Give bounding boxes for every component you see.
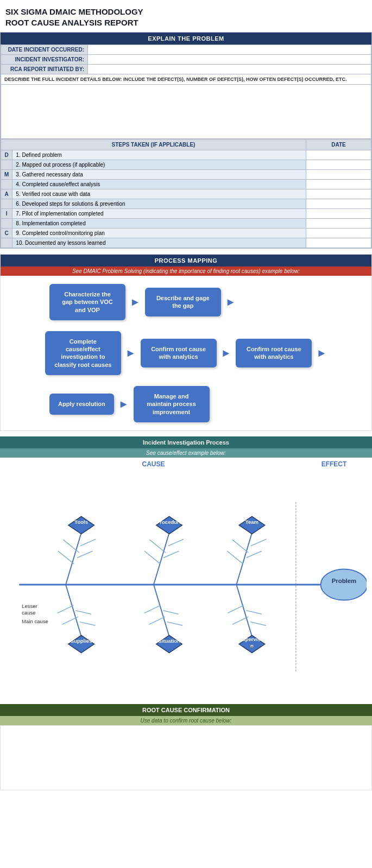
svg-line-14 (149, 540, 166, 553)
steps-table: STEPS TAKEN (IF APPLICABLE) DATE D 1. De… (1, 139, 371, 248)
step-text: 4. Completed cause/effect analysis (12, 180, 306, 189)
flow-box-2: Describe and gage the gap (145, 288, 221, 316)
svg-line-13 (144, 551, 161, 564)
rca-confirm-body[interactable] (0, 725, 372, 790)
svg-line-44 (250, 622, 266, 626)
flow-box-apply-resolution: Apply resolution (49, 394, 114, 414)
svg-line-19 (236, 533, 252, 585)
phase-d: D (1, 150, 12, 160)
rca-confirm-subheader: Use data to confirm root cause below: (0, 716, 372, 725)
svg-line-8 (77, 551, 93, 557)
phase-c: C (1, 229, 12, 238)
step-text: 6. Developed steps for solutions & preve… (12, 199, 306, 209)
table-row: A 5. Verified root cause with data (1, 189, 371, 199)
incident-header: Incident Investigation Process (0, 436, 372, 448)
svg-text:Team: Team (245, 519, 258, 525)
svg-line-28 (62, 617, 78, 624)
flow-box-manage: Manage and maintain process improvement (134, 386, 210, 422)
fishbone-svg: Problem Tools Procedure (5, 476, 367, 693)
svg-line-34 (144, 605, 161, 613)
steps-col2-header: DATE (306, 140, 371, 150)
svg-line-33 (154, 585, 169, 636)
svg-text:Tools: Tools (74, 519, 88, 525)
arrow-icon-1: ► (130, 296, 141, 308)
step-date[interactable] (306, 189, 371, 199)
svg-point-3 (321, 569, 367, 600)
incident-section: Incident Investigation Process See cause… (0, 436, 372, 699)
process-mapping-subheader: See DMAIC Problem Solving (indicating th… (1, 267, 371, 276)
flow-row-1: Characterize the gap between VOC and VOP… (6, 284, 366, 320)
svg-line-15 (163, 551, 179, 557)
svg-line-22 (246, 551, 262, 557)
date-value[interactable] (88, 45, 371, 55)
arrow-icon-4: ► (221, 347, 232, 359)
date-label: DATE INCIDENT OCCURRED: (1, 45, 88, 55)
step-text: 5. Verified root cause with data (12, 189, 306, 199)
page-title: SIX SIGMA DMAIC METHODOLOGY ROOT CAUSE A… (0, 0, 372, 32)
step-date[interactable] (306, 229, 371, 238)
incident-subheader: See cause/effect example below: (0, 448, 372, 458)
arrow-icon-6: ► (118, 398, 129, 410)
phase-empty (1, 199, 12, 209)
phase-empty (1, 160, 12, 170)
svg-line-9 (80, 539, 96, 546)
svg-line-41 (228, 605, 244, 613)
description-input[interactable] (1, 85, 371, 139)
svg-line-29 (75, 611, 91, 614)
svg-line-16 (168, 539, 184, 546)
step-date[interactable] (306, 170, 371, 180)
step-text: 9. Completed control/monitoring plan (12, 229, 306, 238)
phase-empty (1, 238, 12, 248)
phase-a: A (1, 189, 12, 199)
step-date[interactable] (306, 199, 371, 209)
phase-m: M (1, 170, 12, 180)
step-date[interactable] (306, 160, 371, 170)
step-text: 2. Mapped out process (if applicable) (12, 160, 306, 170)
cause-label: CAUSE (5, 460, 301, 468)
svg-text:Main cause: Main cause (22, 618, 48, 624)
step-text: 10. Documented any lessons learned (12, 238, 306, 248)
explain-header: EXPLAIN THE PROBLEM (1, 33, 371, 45)
svg-line-21 (232, 540, 249, 553)
table-row: 8. Implementation completed (1, 219, 371, 229)
svg-line-12 (154, 533, 169, 585)
initiated-value[interactable] (88, 65, 371, 74)
table-row: C 9. Completed control/monitoring plan (1, 229, 371, 238)
form-fields: DATE INCIDENT OCCURRED: INCIDENT INVESTI… (1, 45, 371, 139)
flow-box-1: Characterize the gap between VOC and VOP (49, 284, 125, 320)
flow-box-3: Complete cause/effect investigation to c… (45, 331, 121, 375)
step-date[interactable] (306, 209, 371, 219)
svg-text:Procedure: Procedure (156, 519, 182, 525)
table-row: 6. Developed steps for solutions & preve… (1, 199, 371, 209)
cause-effect-labels: CAUSE EFFECT (0, 458, 372, 471)
arrow-icon-2: ► (225, 296, 236, 308)
fishbone-diagram: Problem Tools Procedure (0, 471, 372, 699)
step-text: 8. Implementation completed (12, 219, 306, 229)
process-mapping-header: PROCESS MAPPING (1, 255, 371, 267)
table-row: M 3. Gathered necessary data (1, 170, 371, 180)
svg-line-27 (58, 605, 74, 613)
arrow-icon-3: ► (125, 347, 136, 359)
table-row: 2. Mapped out process (if applicable) (1, 160, 371, 170)
svg-text:Problem: Problem (332, 578, 357, 584)
svg-text:n: n (250, 643, 254, 649)
step-date[interactable] (306, 219, 371, 229)
svg-line-23 (251, 539, 267, 546)
svg-text:Lesser: Lesser (22, 603, 37, 609)
table-row: D 1. Defined problem (1, 150, 371, 160)
svg-text:Supervisio: Supervisio (239, 636, 266, 642)
flow-row-2: Complete cause/effect investigation to c… (6, 331, 366, 375)
flow-box-5: Confirm root cause with analytics (236, 339, 312, 368)
process-mapping-section: PROCESS MAPPING See DMAIC Problem Solvin… (0, 254, 372, 431)
svg-line-35 (149, 617, 165, 624)
investigator-value[interactable] (88, 55, 371, 65)
rca-confirmation-section: ROOT CAUSE CONFIRMATION Use data to conf… (0, 704, 372, 790)
svg-line-42 (232, 617, 249, 624)
flow-diagram: Characterize the gap between VOC and VOP… (1, 276, 371, 430)
svg-text:Situation: Situation (158, 638, 180, 644)
form-row-initiated: RCA REPORT INITIATED BY: (1, 65, 371, 74)
explain-section: EXPLAIN THE PROBLEM DATE INCIDENT OCCURR… (0, 32, 372, 249)
step-date[interactable] (306, 180, 371, 189)
step-date[interactable] (306, 150, 371, 160)
step-date[interactable] (306, 238, 371, 248)
